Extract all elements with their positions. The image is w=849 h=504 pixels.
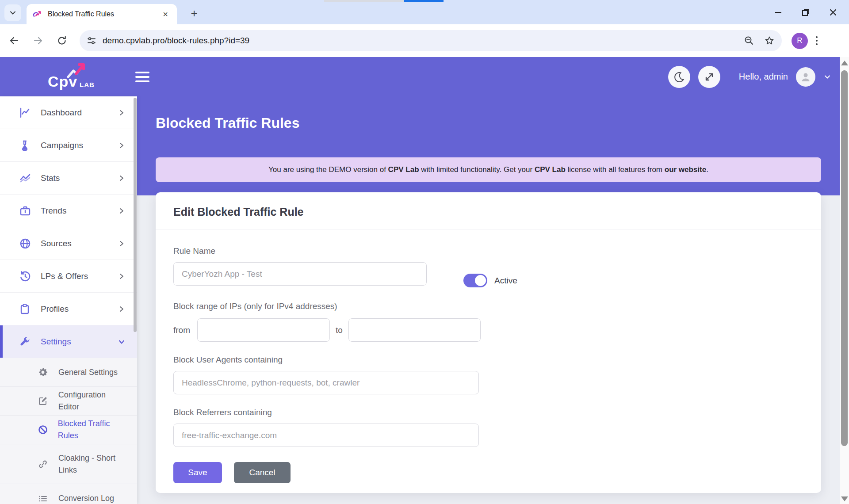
referrers-label: Block Referrers containing (173, 408, 803, 417)
sidebar-subitem-blocked-traffic-rules[interactable]: Blocked Traffic Rules (0, 416, 137, 444)
chevron-down-icon (9, 9, 16, 16)
main-content: Blocked Traffic Rules You are using the … (137, 96, 840, 504)
chevron-right-icon (119, 241, 125, 247)
browser-menu-icon[interactable] (816, 36, 818, 45)
browser-toolbar: demo.cpvlab.pro/block-rules.php?id=39 R (0, 24, 849, 57)
tab-search-button[interactable] (4, 4, 21, 21)
sidebar-item-campaigns[interactable]: Campaigns (0, 129, 137, 162)
sidebar-item-profiles[interactable]: Profiles (0, 293, 137, 325)
page-scrollbar[interactable] (840, 57, 849, 504)
expand-icon (704, 72, 715, 82)
card-title: Edit Blocked Traffic Rule (156, 192, 821, 229)
user-avatar[interactable] (796, 67, 815, 87)
address-bar[interactable]: demo.cpvlab.pro/block-rules.php?id=39 (80, 30, 782, 51)
dark-mode-button[interactable] (668, 66, 690, 88)
banner-text: You are using the DEMO version of (268, 165, 388, 174)
chevron-right-icon (119, 273, 125, 279)
moon-icon (673, 71, 685, 83)
chevron-right-icon (119, 142, 125, 149)
scrollbar-down-arrow-icon[interactable] (841, 496, 848, 501)
browser-tab[interactable]: Blocked Traffic Rules × (27, 4, 177, 24)
flask-icon (19, 140, 31, 151)
edit-rule-card: Edit Blocked Traffic Rule Rule Name Acti… (156, 192, 821, 493)
ip-to-input[interactable] (348, 318, 481, 342)
banner-bold-cpvlab: CPV Lab (388, 165, 419, 174)
logo-suffix: LAB (80, 81, 95, 88)
person-icon (799, 71, 812, 83)
save-button[interactable]: Save (173, 462, 222, 483)
forward-icon[interactable] (29, 32, 47, 50)
chevron-right-icon (119, 208, 125, 214)
zoom-out-icon[interactable] (744, 35, 754, 46)
cpvlab-logo[interactable]: Cpv LAB (48, 64, 96, 90)
link-icon (38, 459, 49, 469)
reload-icon[interactable] (53, 32, 71, 50)
url-text[interactable]: demo.cpvlab.pro/block-rules.php?id=39 (103, 36, 734, 46)
sidebar-scrollbar-thumb[interactable] (134, 98, 137, 332)
tab-close-icon[interactable]: × (160, 9, 171, 19)
sidebar-item-trends[interactable]: Trends (0, 195, 137, 227)
cpvlab-favicon (33, 9, 42, 19)
briefcase-icon (19, 205, 31, 217)
list-icon (38, 494, 49, 504)
window-close-icon[interactable] (825, 4, 841, 20)
app-header: Cpv LAB Hello, admin (0, 57, 849, 96)
page-scrollbar-thumb[interactable] (841, 70, 848, 446)
bookmark-star-icon[interactable] (764, 35, 775, 46)
sidebar-subitem-general-settings[interactable]: General Settings (0, 358, 137, 387)
hamburger-menu-icon[interactable] (135, 72, 149, 82)
chevron-right-icon (119, 306, 125, 312)
ip-to-label: to (336, 325, 343, 335)
sidebar-item-sources[interactable]: Sources (0, 227, 137, 260)
user-menu-chevron-icon[interactable] (823, 73, 831, 81)
wrench-icon (19, 336, 31, 347)
globe-icon (19, 238, 31, 249)
rule-name-input[interactable] (173, 262, 427, 286)
block-icon (38, 425, 48, 435)
user-agents-label: Block User Agents containing (173, 355, 803, 365)
window-restore-icon[interactable] (798, 4, 814, 20)
chevron-right-icon (119, 110, 125, 116)
user-agents-input[interactable] (173, 371, 479, 394)
cancel-button[interactable]: Cancel (234, 462, 291, 483)
ip-from-label: from (173, 325, 190, 335)
sidebar-item-dashboard[interactable]: Dashboard (0, 96, 137, 129)
site-info-icon[interactable] (87, 36, 96, 46)
stats-zigzag-icon (19, 172, 31, 184)
sidebar: Dashboard Campaigns Stats Trends Sources… (0, 96, 137, 504)
clipboard-icon (19, 303, 31, 315)
referrers-input[interactable] (173, 424, 479, 447)
scrollbar-up-arrow-icon[interactable] (841, 61, 848, 65)
fullscreen-button[interactable] (698, 66, 720, 88)
browser-profile-avatar[interactable]: R (792, 33, 808, 49)
chart-line-icon (19, 107, 31, 118)
sidebar-subitem-conversion-log[interactable]: Conversion Log (0, 484, 137, 504)
edit-icon (38, 396, 49, 406)
banner-text: license with all features from (566, 165, 665, 174)
logo-text: Cpv (48, 73, 77, 90)
active-toggle[interactable] (463, 274, 487, 287)
banner-link-our-website[interactable]: our website (665, 165, 706, 174)
new-tab-button[interactable]: + (187, 6, 202, 21)
sidebar-item-stats[interactable]: Stats (0, 162, 137, 195)
rule-name-label: Rule Name (173, 246, 803, 256)
active-toggle-label: Active (494, 276, 517, 286)
sidebar-item-settings[interactable]: Settings (0, 325, 137, 358)
user-greeting: Hello, admin (739, 72, 788, 82)
chevron-down-icon (119, 339, 125, 345)
tab-title: Blocked Traffic Rules (48, 10, 160, 18)
ip-range-label: Block range of IPs (only for IPv4 addres… (173, 302, 803, 311)
browser-tab-strip: Blocked Traffic Rules × + (0, 0, 849, 24)
sidebar-item-lps-offers[interactable]: LPs & Offers (0, 260, 137, 293)
banner-text: with limited functionality. Get your (419, 165, 535, 174)
ip-from-input[interactable] (197, 318, 330, 342)
gear-icon (38, 367, 49, 377)
chevron-right-icon (119, 175, 125, 181)
top-strip-artifact (324, 0, 404, 2)
history-icon (19, 271, 31, 282)
back-icon[interactable] (5, 32, 23, 50)
top-strip-artifact-blue (404, 0, 444, 2)
sidebar-subitem-configuration-editor[interactable]: Configuration Editor (0, 387, 137, 416)
sidebar-subitem-cloaking-short-links[interactable]: Cloaking - Short Links (0, 444, 137, 484)
window-minimize-icon[interactable] (770, 4, 786, 20)
